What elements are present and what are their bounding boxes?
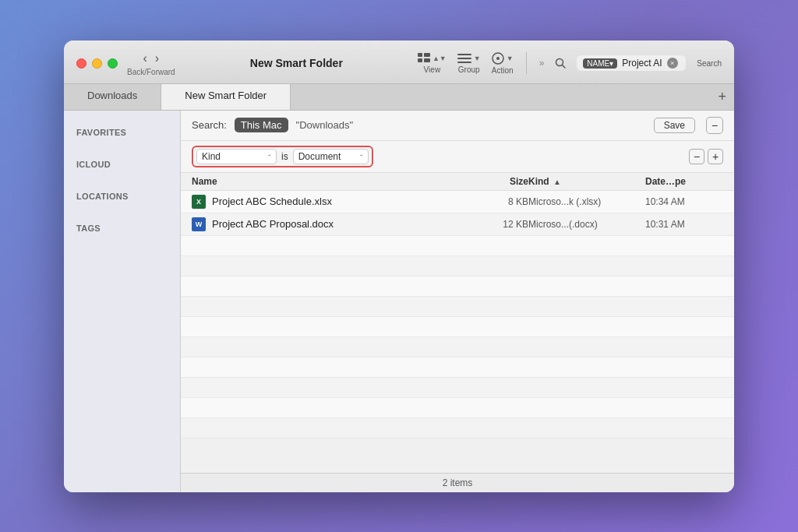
search-icon-button[interactable] [555,58,566,69]
sidebar-section-favorites: Favorites [64,123,180,139]
filter-box: Kind Name Date Modified Size Extension i… [192,146,373,167]
svg-rect-2 [424,53,430,57]
table-row-empty [181,277,734,297]
svg-rect-5 [457,58,471,59]
table-row-empty [181,317,734,337]
tab-new-smart-folder[interactable]: New Smart Folder [161,84,291,110]
back-forward-label: Back/Forward [127,68,175,76]
file-name: Project ABC Schedule.xlsx [212,196,332,207]
action-label: Action [492,66,514,75]
search-field[interactable]: NAME▾ Project AI × [577,55,686,71]
back-forward-group: ‹ › Back/Forward [127,51,175,76]
table-row-empty [181,378,734,398]
status-text: 2 items [443,477,473,488]
tab-downloads[interactable]: Downloads [64,84,161,110]
filter-is-label: is [281,151,288,162]
tabbar: Downloads New Smart Folder + [64,84,734,111]
group-button[interactable] [457,53,471,64]
file-kind: Microso...(.docx) [528,219,645,230]
table-row-empty [181,398,734,418]
more-button[interactable]: » [539,58,545,69]
back-button[interactable]: ‹ [140,51,150,66]
document-select[interactable]: Document Folder Image Movie Music PDF Pr… [293,149,369,164]
save-minus-button[interactable]: − [706,117,723,134]
filter-row: Kind Name Date Modified Size Extension i… [181,141,734,173]
table-row[interactable]: X Project ABC Schedule.xlsx 8 KB Microso… [181,191,734,213]
view-group: ▲▼ View [418,53,447,74]
xlsx-icon: X [192,195,206,209]
col-header-date[interactable]: Date…pe [645,176,723,187]
filter-actions: − + [689,149,723,164]
sidebar: Favorites iCloud Locations Tags [64,111,181,492]
minimize-button[interactable] [92,58,102,69]
content-body: Favorites iCloud Locations Tags Search: … [64,111,734,492]
file-name-cell: X Project ABC Schedule.xlsx [192,195,466,209]
file-date: 10:34 AM [645,196,723,207]
window-title: New Smart Folder [185,57,408,69]
action-chevron-icon: ▼ [507,55,514,62]
fullscreen-button[interactable] [108,58,118,69]
sidebar-section-locations: Locations [64,187,180,203]
svg-point-8 [496,57,500,60]
view-button[interactable] [418,53,430,64]
toolbar-separator [526,52,527,74]
col-header-kind[interactable]: Kind ▲ [528,176,645,187]
svg-rect-4 [457,54,471,55]
svg-rect-1 [418,58,422,62]
table-row-empty [181,297,734,317]
this-mac-button[interactable]: This Mac [235,118,288,132]
finder-window: ‹ › Back/Forward New Smart Folder [64,41,734,492]
group-label: Group [458,65,480,74]
kind-select-wrapper: Kind Name Date Modified Size Extension [196,149,277,164]
action-button[interactable] [492,52,504,65]
view-label: View [424,65,441,74]
search-label: Search [697,59,722,68]
document-select-wrapper: Document Folder Image Movie Music PDF Pr… [293,149,369,164]
filter-plus-button[interactable]: + [708,149,723,164]
traffic-lights [76,58,118,69]
titlebar: ‹ › Back/Forward New Smart Folder [64,41,734,84]
main-area: Search: This Mac "Downloads" Save − Kind… [181,111,734,492]
file-list: Name Size Kind ▲ Date…pe X Project ABC S… [181,173,734,473]
svg-rect-0 [418,53,422,57]
table-row-empty [181,256,734,277]
sidebar-section-tags: Tags [64,219,180,235]
view-chevron-icon: ▲▼ [433,55,447,62]
file-name: Project ABC Proposal.docx [212,218,334,230]
search-clear-button[interactable]: × [667,58,678,69]
docx-icon: W [192,217,206,231]
forward-button[interactable]: › [152,51,162,66]
close-button[interactable] [76,58,87,69]
table-row-empty [181,358,734,378]
action-group: ▼ Action [492,52,514,75]
svg-rect-3 [424,58,430,62]
file-name-cell: W Project ABC Proposal.docx [192,217,466,231]
group-chevron-icon: ▼ [474,55,481,62]
kind-select[interactable]: Kind Name Date Modified Size Extension [196,149,277,164]
tab-add-button[interactable]: + [710,84,734,110]
col-header-size[interactable]: Size [466,176,528,187]
table-row-empty [181,337,734,358]
svg-rect-6 [457,62,471,63]
file-size: 12 KB [466,219,528,230]
save-button[interactable]: Save [654,118,695,133]
file-kind: Microso...k (.xlsx) [528,196,645,207]
group-group: ▼ Group [457,53,481,74]
table-row[interactable]: W Project ABC Proposal.docx 12 KB Micros… [181,213,734,236]
sidebar-section-icloud: iCloud [64,155,180,171]
svg-line-10 [563,65,566,69]
table-row-empty [181,418,734,439]
table-row-empty [181,236,734,256]
filter-minus-button[interactable]: − [689,149,704,164]
col-header-name[interactable]: Name [192,176,466,187]
search-bar-label: Search: [192,119,227,131]
file-list-header: Name Size Kind ▲ Date…pe [181,173,734,191]
toolbar-icons: ▲▼ View ▼ Group [418,52,722,75]
file-date: 10:31 AM [645,219,723,230]
name-badge: NAME▾ [583,58,617,69]
status-bar: 2 items [181,473,734,492]
file-size: 8 KB [466,196,528,207]
search-bar: Search: This Mac "Downloads" Save − [181,111,734,141]
search-value: Project AI [622,58,662,69]
downloads-link[interactable]: "Downloads" [296,119,354,131]
